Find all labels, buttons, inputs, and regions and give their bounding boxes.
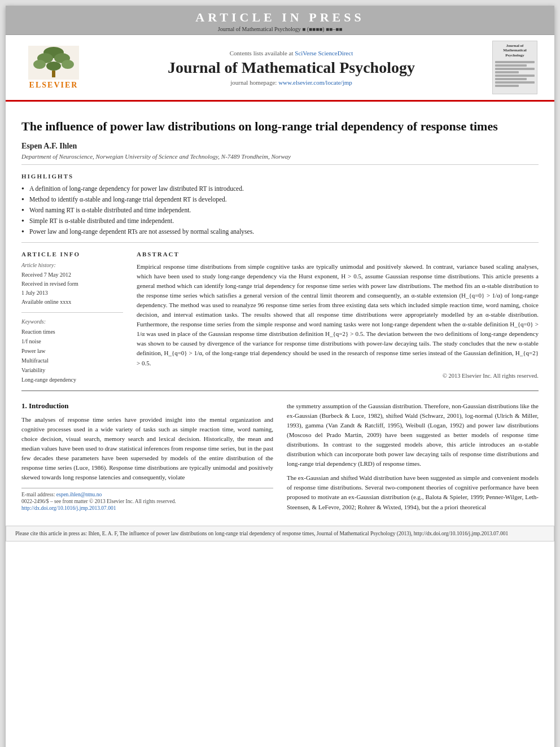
- svg-point-4: [33, 60, 46, 69]
- elsevier-logo: ELSEVIER: [17, 46, 90, 90]
- history-label: Article history:: [21, 262, 123, 268]
- body-paragraph: The ex-Gaussian and shifted Wald distrib…: [287, 473, 539, 512]
- list-item: Word naming RT is α-stable distributed a…: [21, 206, 539, 215]
- article-title: The influence of power law distributions…: [21, 119, 539, 135]
- abstract-label: ABSTRACT: [137, 251, 539, 257]
- elsevier-logo-area: ELSEVIER: [17, 46, 90, 90]
- author-name: Espen A.F. Ihlen: [21, 142, 539, 151]
- list-item: Power law: [21, 346, 123, 356]
- keywords-list: Reaction times 1/f noise Power law Multi…: [21, 327, 123, 385]
- footnote-doi-link[interactable]: http://dx.doi.org/10.1016/j.jmp.2013.07.…: [21, 505, 116, 511]
- journal-header: ELSEVIER Contents lists available at Sci…: [6, 35, 554, 102]
- svg-point-6: [46, 62, 61, 71]
- list-item: Variability: [21, 365, 123, 375]
- elsevier-wordmark: ELSEVIER: [29, 81, 78, 90]
- citation-bar: Please cite this article in press as: Ih…: [6, 526, 554, 541]
- keywords-block: Keywords: Reaction times 1/f noise Power…: [21, 318, 123, 385]
- svg-point-5: [62, 60, 74, 69]
- journal-homepage: journal homepage: www.elsevier.com/locat…: [90, 79, 492, 86]
- highlights-label: HIGHLIGHTS: [21, 173, 539, 180]
- body-col-left: 1. Introduction The analyses of response…: [21, 401, 273, 517]
- article-info-abstract-section: ARTICLE INFO Article history: Received 7…: [21, 243, 539, 391]
- homepage-link[interactable]: www.elsevier.com/locate/jmp: [278, 79, 352, 86]
- footnote-area: E-mail address: espen.ihlen@ntnu.no 0022…: [21, 488, 273, 513]
- article-in-press-title: ARTICLE IN PRESS: [6, 10, 554, 25]
- journal-cover-thumb: Journal of Mathematical Psychology: [492, 41, 537, 94]
- page-content: The influence of power law distributions…: [6, 102, 554, 547]
- article-in-press-banner: ARTICLE IN PRESS Journal of Mathematical…: [6, 6, 554, 35]
- list-item: Multifractal: [21, 356, 123, 365]
- list-item: Method to identify α-stable and long-ran…: [21, 195, 539, 204]
- body-paragraph: The analyses of response time series hav…: [21, 415, 273, 482]
- thumb-title: Journal of Mathematical Psychology: [495, 43, 535, 58]
- footnote-email: E-mail address: espen.ihlen@ntnu.no: [21, 492, 273, 497]
- footnote-copyright: 0022-2496/$ – see front matter © 2013 El…: [21, 499, 273, 504]
- sciverse-link[interactable]: SciVerse ScienceDirect: [295, 50, 353, 56]
- abstract-text: Empirical response time distributions fr…: [137, 262, 539, 368]
- abstract-copyright: © 2013 Elsevier Inc. All rights reserved…: [137, 373, 539, 379]
- article-title-section: The influence of power law distributions…: [21, 107, 539, 165]
- article-info-col: ARTICLE INFO Article history: Received 7…: [21, 251, 123, 385]
- body-section: 1. Introduction The analyses of response…: [21, 391, 539, 522]
- thumb-content-lines: [495, 60, 535, 88]
- journal-thumbnail-area: Journal of Mathematical Psychology: [492, 41, 543, 94]
- page: ARTICLE IN PRESS Journal of Mathematical…: [6, 6, 554, 747]
- article-info-label: ARTICLE INFO: [21, 251, 123, 257]
- elsevier-tree-icon: [28, 46, 79, 80]
- list-item: 1/f noise: [21, 337, 123, 346]
- article-history-block: Article history: Received 7 May 2012 Rec…: [21, 262, 123, 313]
- footnote-doi: http://dx.doi.org/10.1016/j.jmp.2013.07.…: [21, 505, 273, 511]
- svg-rect-7: [52, 71, 55, 77]
- list-item: Reaction times: [21, 327, 123, 337]
- abstract-col: ABSTRACT Empirical response time distrib…: [137, 251, 539, 385]
- received-date: Received 7 May 2012 Received in revised …: [21, 270, 123, 307]
- citation-text: Please cite this article in press as: Ih…: [15, 530, 545, 538]
- body-paragraph: the symmetry assumption of the Gaussian …: [287, 401, 539, 469]
- sciverse-line: Contents lists available at SciVerse Sci…: [90, 50, 492, 56]
- intro-heading: 1. Introduction: [21, 401, 273, 410]
- author-affiliation: Department of Neuroscience, Norwegian Un…: [21, 153, 539, 160]
- email-label: E-mail address:: [21, 492, 55, 497]
- keywords-label: Keywords:: [21, 318, 123, 325]
- body-col-right: the symmetry assumption of the Gaussian …: [287, 401, 539, 517]
- email-link[interactable]: espen.ihlen@ntnu.no: [56, 492, 102, 497]
- list-item: A definition of long-range dependency fo…: [21, 184, 539, 193]
- list-item: Long-range dependency: [21, 375, 123, 385]
- journal-header-center: Contents lists available at SciVerse Sci…: [90, 50, 492, 86]
- journal-title: Journal of Mathematical Psychology: [90, 59, 492, 77]
- list-item: Simple RT is α-stable distributed and ti…: [21, 216, 539, 225]
- highlights-list: A definition of long-range dependency fo…: [21, 184, 539, 236]
- highlights-section: HIGHLIGHTS A definition of long-range de…: [21, 165, 539, 243]
- banner-doi-line: Journal of Mathematical Psychology ■ (■■…: [6, 26, 554, 32]
- list-item: Power law and long-range dependent RTs a…: [21, 227, 539, 236]
